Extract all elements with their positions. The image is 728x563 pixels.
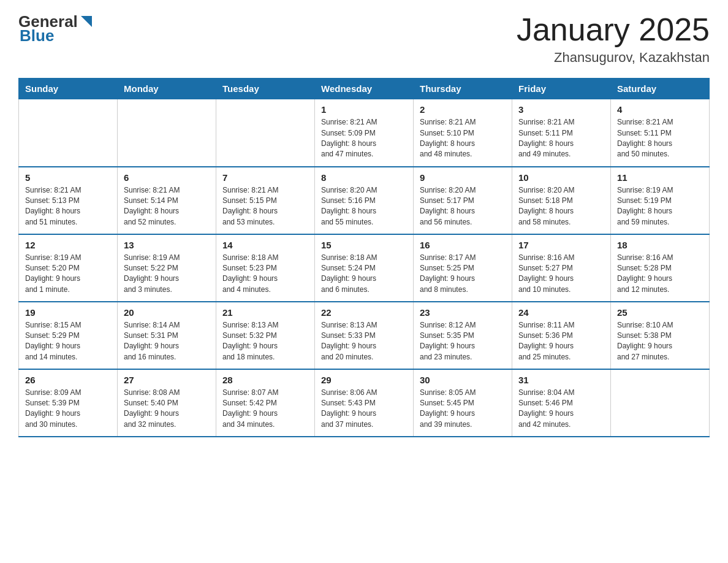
day-number: 31 — [518, 375, 604, 385]
day-number: 2 — [420, 104, 506, 115]
day-cell: 27Sunrise: 8:08 AM Sunset: 5:40 PM Dayli… — [118, 369, 216, 437]
day-info: Sunrise: 8:13 AM Sunset: 5:33 PM Dayligh… — [321, 320, 407, 363]
day-cell — [19, 99, 118, 167]
day-cell: 2Sunrise: 8:21 AM Sunset: 5:10 PM Daylig… — [414, 99, 512, 167]
day-number: 22 — [321, 307, 407, 318]
day-cell: 31Sunrise: 8:04 AM Sunset: 5:46 PM Dayli… — [512, 369, 611, 437]
day-cell: 8Sunrise: 8:20 AM Sunset: 5:16 PM Daylig… — [315, 167, 414, 234]
day-cell: 10Sunrise: 8:20 AM Sunset: 5:18 PM Dayli… — [512, 167, 611, 234]
day-number: 17 — [518, 240, 604, 250]
day-cell — [216, 99, 315, 167]
page-header: General Blue January 2025 Zhansugurov, K… — [18, 12, 710, 66]
day-cell: 29Sunrise: 8:06 AM Sunset: 5:43 PM Dayli… — [315, 369, 414, 437]
week-row-2: 12Sunrise: 8:19 AM Sunset: 5:20 PM Dayli… — [19, 234, 710, 302]
day-number: 1 — [321, 104, 407, 115]
day-cell: 16Sunrise: 8:17 AM Sunset: 5:25 PM Dayli… — [414, 234, 512, 302]
day-info: Sunrise: 8:19 AM Sunset: 5:22 PM Dayligh… — [124, 253, 210, 296]
day-number: 28 — [222, 375, 308, 385]
day-number: 23 — [420, 307, 506, 318]
day-cell: 1Sunrise: 8:21 AM Sunset: 5:09 PM Daylig… — [315, 99, 414, 167]
day-cell: 13Sunrise: 8:19 AM Sunset: 5:22 PM Dayli… — [118, 234, 216, 302]
logo: General Blue — [18, 12, 93, 44]
day-info: Sunrise: 8:19 AM Sunset: 5:20 PM Dayligh… — [25, 253, 111, 296]
day-cell: 24Sunrise: 8:11 AM Sunset: 5:36 PM Dayli… — [512, 302, 611, 369]
header-friday: Friday — [512, 79, 611, 99]
day-info: Sunrise: 8:12 AM Sunset: 5:35 PM Dayligh… — [420, 320, 506, 363]
day-cell: 11Sunrise: 8:19 AM Sunset: 5:19 PM Dayli… — [611, 167, 710, 234]
header-saturday: Saturday — [611, 79, 710, 99]
day-cell: 14Sunrise: 8:18 AM Sunset: 5:23 PM Dayli… — [216, 234, 315, 302]
day-info: Sunrise: 8:15 AM Sunset: 5:29 PM Dayligh… — [25, 320, 111, 363]
day-info: Sunrise: 8:21 AM Sunset: 5:11 PM Dayligh… — [617, 117, 703, 160]
day-cell: 26Sunrise: 8:09 AM Sunset: 5:39 PM Dayli… — [19, 369, 118, 437]
day-info: Sunrise: 8:17 AM Sunset: 5:25 PM Dayligh… — [420, 253, 506, 296]
day-info: Sunrise: 8:16 AM Sunset: 5:27 PM Dayligh… — [518, 253, 604, 296]
day-number: 9 — [420, 172, 506, 183]
day-cell: 6Sunrise: 8:21 AM Sunset: 5:14 PM Daylig… — [118, 167, 216, 234]
day-cell: 7Sunrise: 8:21 AM Sunset: 5:15 PM Daylig… — [216, 167, 315, 234]
calendar-title: January 2025 — [517, 12, 710, 47]
header-sunday: Sunday — [19, 79, 118, 99]
calendar-table: SundayMondayTuesdayWednesdayThursdayFrid… — [18, 78, 710, 437]
day-info: Sunrise: 8:21 AM Sunset: 5:11 PM Dayligh… — [518, 117, 604, 160]
day-number: 8 — [321, 172, 407, 183]
day-number: 14 — [222, 240, 308, 250]
day-number: 12 — [25, 240, 111, 250]
header-thursday: Thursday — [414, 79, 512, 99]
day-number: 13 — [124, 240, 210, 250]
day-number: 3 — [518, 104, 604, 115]
week-row-0: 1Sunrise: 8:21 AM Sunset: 5:09 PM Daylig… — [19, 99, 710, 167]
day-cell — [118, 99, 216, 167]
day-cell: 23Sunrise: 8:12 AM Sunset: 5:35 PM Dayli… — [414, 302, 512, 369]
day-cell: 20Sunrise: 8:14 AM Sunset: 5:31 PM Dayli… — [118, 302, 216, 369]
day-info: Sunrise: 8:18 AM Sunset: 5:23 PM Dayligh… — [222, 253, 308, 296]
day-info: Sunrise: 8:20 AM Sunset: 5:17 PM Dayligh… — [420, 185, 506, 228]
day-info: Sunrise: 8:21 AM Sunset: 5:13 PM Dayligh… — [25, 185, 111, 228]
day-cell: 22Sunrise: 8:13 AM Sunset: 5:33 PM Dayli… — [315, 302, 414, 369]
day-number: 16 — [420, 240, 506, 250]
week-row-4: 26Sunrise: 8:09 AM Sunset: 5:39 PM Dayli… — [19, 369, 710, 437]
day-info: Sunrise: 8:21 AM Sunset: 5:10 PM Dayligh… — [420, 117, 506, 160]
title-block: January 2025 Zhansugurov, Kazakhstan — [517, 12, 710, 66]
day-cell: 4Sunrise: 8:21 AM Sunset: 5:11 PM Daylig… — [611, 99, 710, 167]
day-number: 30 — [420, 375, 506, 385]
day-info: Sunrise: 8:07 AM Sunset: 5:42 PM Dayligh… — [222, 388, 308, 431]
day-info: Sunrise: 8:19 AM Sunset: 5:19 PM Dayligh… — [617, 185, 703, 228]
day-number: 18 — [617, 240, 703, 250]
day-number: 5 — [25, 172, 111, 183]
day-number: 10 — [518, 172, 604, 183]
header-wednesday: Wednesday — [315, 79, 414, 99]
day-info: Sunrise: 8:09 AM Sunset: 5:39 PM Dayligh… — [25, 388, 111, 431]
svg-marker-0 — [81, 16, 92, 27]
day-number: 26 — [25, 375, 111, 385]
day-number: 29 — [321, 375, 407, 385]
day-info: Sunrise: 8:11 AM Sunset: 5:36 PM Dayligh… — [518, 320, 604, 363]
day-info: Sunrise: 8:08 AM Sunset: 5:40 PM Dayligh… — [124, 388, 210, 431]
day-cell: 12Sunrise: 8:19 AM Sunset: 5:20 PM Dayli… — [19, 234, 118, 302]
day-cell: 28Sunrise: 8:07 AM Sunset: 5:42 PM Dayli… — [216, 369, 315, 437]
header-tuesday: Tuesday — [216, 79, 315, 99]
header-monday: Monday — [118, 79, 216, 99]
day-number: 27 — [124, 375, 210, 385]
day-info: Sunrise: 8:14 AM Sunset: 5:31 PM Dayligh… — [124, 320, 210, 363]
day-cell: 18Sunrise: 8:16 AM Sunset: 5:28 PM Dayli… — [611, 234, 710, 302]
day-number: 25 — [617, 307, 703, 318]
day-number: 24 — [518, 307, 604, 318]
day-cell: 21Sunrise: 8:13 AM Sunset: 5:32 PM Dayli… — [216, 302, 315, 369]
day-cell: 25Sunrise: 8:10 AM Sunset: 5:38 PM Dayli… — [611, 302, 710, 369]
day-cell: 17Sunrise: 8:16 AM Sunset: 5:27 PM Dayli… — [512, 234, 611, 302]
calendar-subtitle: Zhansugurov, Kazakhstan — [517, 50, 710, 66]
day-number: 6 — [124, 172, 210, 183]
day-info: Sunrise: 8:04 AM Sunset: 5:46 PM Dayligh… — [518, 388, 604, 431]
day-number: 20 — [124, 307, 210, 318]
day-info: Sunrise: 8:21 AM Sunset: 5:14 PM Dayligh… — [124, 185, 210, 228]
day-number: 11 — [617, 172, 703, 183]
day-cell: 19Sunrise: 8:15 AM Sunset: 5:29 PM Dayli… — [19, 302, 118, 369]
day-info: Sunrise: 8:06 AM Sunset: 5:43 PM Dayligh… — [321, 388, 407, 431]
logo-arrow-icon — [80, 15, 93, 28]
day-cell: 3Sunrise: 8:21 AM Sunset: 5:11 PM Daylig… — [512, 99, 611, 167]
day-info: Sunrise: 8:16 AM Sunset: 5:28 PM Dayligh… — [617, 253, 703, 296]
day-info: Sunrise: 8:13 AM Sunset: 5:32 PM Dayligh… — [222, 320, 308, 363]
calendar-body: 1Sunrise: 8:21 AM Sunset: 5:09 PM Daylig… — [19, 99, 710, 437]
day-cell: 9Sunrise: 8:20 AM Sunset: 5:17 PM Daylig… — [414, 167, 512, 234]
